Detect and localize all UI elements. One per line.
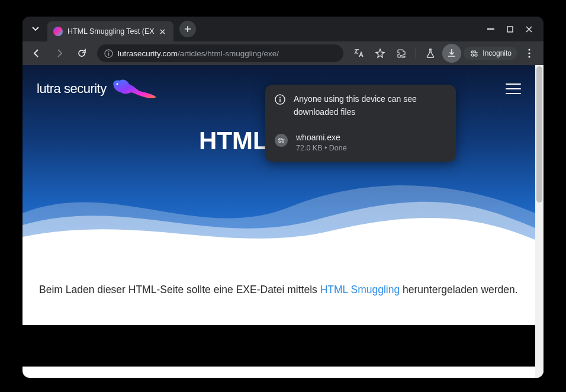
tab-close-icon[interactable] xyxy=(158,27,168,36)
address-bar[interactable]: lutrasecurity.com/articles/html-smugglin… xyxy=(97,44,343,62)
toolbar-divider xyxy=(416,48,416,59)
file-incognito-icon xyxy=(275,134,288,147)
tab-title: HTML Smuggling Test (EX xyxy=(67,27,155,36)
svg-rect-0 xyxy=(487,28,494,30)
svg-point-12 xyxy=(279,97,281,98)
close-window-button[interactable] xyxy=(525,25,533,33)
scrollbar[interactable] xyxy=(535,65,544,378)
incognito-label: Incognito xyxy=(483,49,512,57)
svg-point-5 xyxy=(471,54,474,56)
content-text-before: Beim Laden dieser HTML-Seite sollte eine… xyxy=(39,284,320,295)
content-text-after: heruntergeladen werden. xyxy=(400,284,517,295)
svg-point-10 xyxy=(116,83,118,85)
download-notice-text: Anyone using this device can see downloa… xyxy=(294,93,446,118)
svg-point-6 xyxy=(475,54,477,56)
url-text: lutrasecurity.com/articles/html-smugglin… xyxy=(118,49,279,58)
bookmark-icon[interactable] xyxy=(371,44,390,63)
svg-point-7 xyxy=(528,49,530,50)
incognito-chip[interactable]: Incognito xyxy=(464,47,517,60)
viewport: lutra security xyxy=(22,65,544,378)
logo-otter-icon xyxy=(109,77,159,101)
svg-rect-4 xyxy=(108,53,109,56)
tab-favicon xyxy=(53,27,63,36)
logo-text: lutra security xyxy=(37,81,107,97)
toolbar: lutrasecurity.com/articles/html-smugglin… xyxy=(22,41,544,65)
hamburger-menu[interactable] xyxy=(506,83,521,94)
svg-point-9 xyxy=(528,56,530,57)
downloads-icon[interactable] xyxy=(442,44,461,63)
toolbar-right: Incognito xyxy=(349,44,539,63)
tab-search-dropdown[interactable] xyxy=(27,21,44,37)
tab-active[interactable]: HTML Smuggling Test (EX xyxy=(47,21,173,41)
hero-wave xyxy=(22,172,535,255)
svg-rect-13 xyxy=(279,99,281,102)
translate-icon[interactable] xyxy=(349,44,368,63)
download-notice: Anyone using this device can see downloa… xyxy=(265,85,456,127)
maximize-button[interactable] xyxy=(506,25,514,33)
svg-rect-1 xyxy=(507,27,513,32)
extensions-icon[interactable] xyxy=(392,44,411,63)
download-file-meta: 72.0 KB • Done xyxy=(296,144,347,152)
svg-point-3 xyxy=(108,51,110,52)
incognito-icon xyxy=(469,50,479,57)
info-icon xyxy=(275,94,285,118)
back-button[interactable] xyxy=(27,44,46,63)
scrollbar-thumb[interactable] xyxy=(536,66,542,203)
menu-icon[interactable] xyxy=(520,44,539,63)
svg-point-15 xyxy=(282,141,284,143)
article-body: Beim Laden dieser HTML-Seite sollte eine… xyxy=(22,255,535,325)
forward-button[interactable] xyxy=(50,44,69,63)
footer-band xyxy=(22,325,535,367)
download-file-item[interactable]: whoami.exe 72.0 KB • Done xyxy=(265,127,456,162)
minimize-button[interactable] xyxy=(487,25,495,33)
tab-bar: HTML Smuggling Test (EX xyxy=(22,17,544,41)
reload-button[interactable] xyxy=(72,44,91,63)
site-info-icon[interactable] xyxy=(104,49,113,58)
window-controls xyxy=(487,25,539,33)
download-popup: Anyone using this device can see downloa… xyxy=(265,85,456,162)
browser-window: HTML Smuggling Test (EX xyxy=(22,17,544,378)
site-logo[interactable]: lutra security xyxy=(37,77,159,101)
download-file-name: whoami.exe xyxy=(296,133,347,142)
labs-icon[interactable] xyxy=(421,44,440,63)
svg-point-14 xyxy=(279,141,281,143)
new-tab-button[interactable] xyxy=(179,21,196,37)
svg-point-8 xyxy=(528,52,530,54)
content-link[interactable]: HTML Smuggling xyxy=(320,284,400,295)
